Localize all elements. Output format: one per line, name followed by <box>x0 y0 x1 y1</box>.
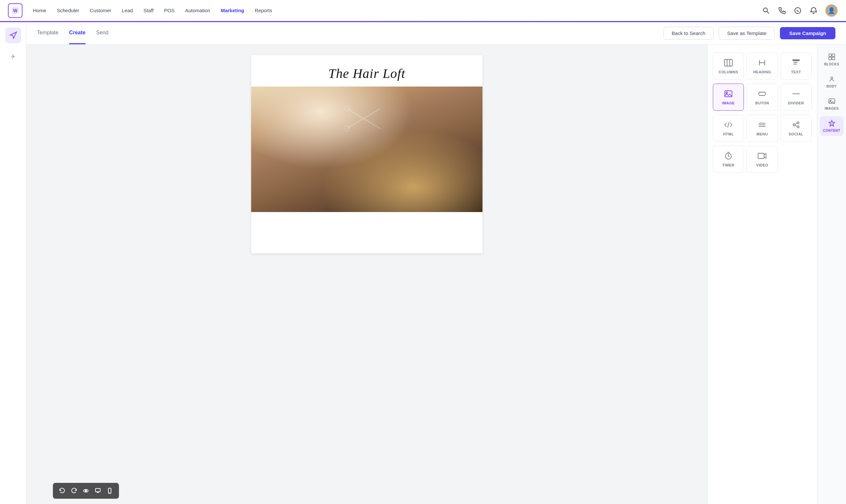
content-blocks[interactable]: BLOCKS <box>820 50 844 69</box>
left-sidebar <box>0 22 27 504</box>
main-area: Template Create Send Back to Search Save… <box>27 22 846 504</box>
svg-rect-17 <box>724 59 732 66</box>
nav-accent-line <box>0 21 846 22</box>
panel-inner: COLUMNS HEADING <box>707 44 846 504</box>
content-content-label: CONTENT <box>823 129 840 132</box>
widget-heading[interactable]: HEADING <box>746 53 778 79</box>
widget-timer[interactable]: TIMER <box>713 146 744 173</box>
svg-point-2 <box>763 8 768 12</box>
video-icon <box>757 151 767 161</box>
nav-marketing[interactable]: Marketing <box>221 6 244 15</box>
whatsapp-icon[interactable] <box>793 6 803 15</box>
app-layout: Template Create Send Back to Search Save… <box>0 0 846 504</box>
svg-rect-35 <box>829 54 831 56</box>
right-panel: COLUMNS HEADING <box>707 44 846 504</box>
svg-rect-36 <box>832 54 835 56</box>
nav-staff[interactable]: Staff <box>143 6 154 15</box>
widget-video-label: VIDEO <box>756 163 768 167</box>
widget-divider[interactable]: DIVIDER <box>780 84 812 111</box>
button-icon <box>757 89 767 98</box>
widget-image[interactable]: IMAGE <box>713 84 744 111</box>
content-blocks-label: BLOCKS <box>824 62 839 66</box>
save-as-template-button[interactable]: Save as Template <box>719 27 775 40</box>
widget-text[interactable]: TEXT <box>780 53 812 79</box>
tab-create[interactable]: Create <box>69 22 86 44</box>
sidebar-expand-icon[interactable] <box>8 51 18 62</box>
canvas-image[interactable] <box>251 87 482 212</box>
nav-reports[interactable]: Reports <box>255 6 272 15</box>
widget-heading-label: HEADING <box>753 70 771 74</box>
tabs-bar: Template Create Send Back to Search Save… <box>27 22 846 44</box>
desktop-view-button[interactable] <box>92 486 103 496</box>
heading-icon <box>757 58 767 67</box>
nav-lead[interactable]: Lead <box>122 6 133 15</box>
svg-rect-12 <box>95 488 100 492</box>
sidebar-marketing-icon[interactable] <box>5 28 21 43</box>
widget-columns[interactable]: COLUMNS <box>713 53 744 79</box>
blocks-icon <box>828 53 835 60</box>
columns-icon <box>724 58 733 67</box>
canvas-wrapper: The Hair Loft <box>27 44 707 504</box>
svg-text:W: W <box>13 8 18 13</box>
content-body-label: BODY <box>827 85 837 88</box>
redo-button[interactable] <box>69 486 79 496</box>
svg-line-31 <box>795 126 797 126</box>
content-column: BLOCKS BODY <box>817 44 846 504</box>
save-campaign-button[interactable]: Save Campaign <box>780 27 835 39</box>
social-icon <box>792 120 801 129</box>
widget-html[interactable]: HTML <box>713 114 744 142</box>
widget-menu[interactable]: MENU <box>746 114 778 142</box>
widget-social-label: SOCIAL <box>789 132 804 136</box>
nav-automation[interactable]: Automation <box>185 6 210 15</box>
menu-icon <box>757 120 767 129</box>
email-canvas: The Hair Loft <box>251 55 482 253</box>
user-avatar[interactable]: 👤 <box>825 4 838 17</box>
widget-row-4: TIMER VIDEO <box>713 146 812 173</box>
app-logo[interactable]: W <box>8 3 22 18</box>
svg-rect-37 <box>829 57 831 60</box>
html-icon <box>724 120 733 129</box>
svg-line-3 <box>767 12 769 14</box>
widget-row-1: COLUMNS HEADING <box>713 53 812 79</box>
svg-line-30 <box>795 124 797 124</box>
images-icon <box>828 97 835 105</box>
back-to-search-button[interactable]: Back to Search <box>664 27 714 40</box>
nav-pos[interactable]: POS <box>164 6 175 15</box>
tab-template[interactable]: Template <box>37 22 58 44</box>
widget-social[interactable]: SOCIAL <box>780 114 812 142</box>
svg-rect-34 <box>758 153 764 159</box>
content-icon <box>828 120 835 127</box>
editor-area: The Hair Loft <box>27 44 846 504</box>
phone-icon[interactable] <box>777 6 787 15</box>
tabs-actions: Back to Search Save as Template Save Cam… <box>664 27 835 40</box>
content-images[interactable]: IMAGES <box>820 94 844 114</box>
preview-button[interactable] <box>81 486 91 496</box>
svg-rect-20 <box>725 91 732 97</box>
content-content[interactable]: CONTENT <box>820 116 844 136</box>
widget-button-label: BUTON <box>755 101 769 105</box>
undo-button[interactable] <box>57 486 67 496</box>
timer-icon <box>724 151 733 161</box>
body-icon <box>828 75 835 83</box>
nav-items: Home Scheduler Customer Lead Staff POS A… <box>33 6 761 15</box>
widget-columns-label: COLUMNS <box>719 70 738 74</box>
mobile-view-button[interactable] <box>104 486 115 496</box>
content-body[interactable]: BODY <box>820 72 844 91</box>
svg-point-39 <box>831 77 833 79</box>
canvas-title: The Hair Loft <box>251 55 482 87</box>
tab-send[interactable]: Send <box>96 22 108 44</box>
widget-row-3: HTML MENU <box>713 114 812 142</box>
widget-button[interactable]: BUTON <box>746 84 778 111</box>
widget-video[interactable]: VIDEO <box>746 146 778 173</box>
svg-point-4 <box>795 7 801 14</box>
nav-scheduler[interactable]: Scheduler <box>57 6 79 15</box>
nav-home[interactable]: Home <box>33 6 46 15</box>
widget-menu-label: MENU <box>756 132 768 136</box>
nav-customer[interactable]: Customer <box>90 6 111 15</box>
notification-icon[interactable] <box>809 6 818 15</box>
svg-point-29 <box>797 126 799 128</box>
search-icon[interactable] <box>761 6 771 15</box>
svg-rect-22 <box>759 92 765 95</box>
widget-placeholder <box>780 146 812 173</box>
text-icon <box>792 58 801 67</box>
